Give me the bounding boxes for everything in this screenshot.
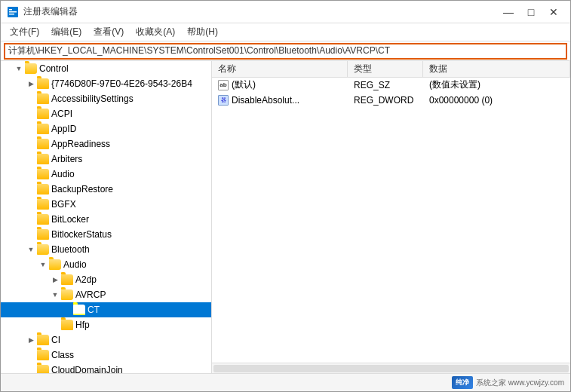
folder-icon-arbiters	[37, 154, 49, 164]
tree-label-clouddomainjoin: CloudDomainJoin	[51, 365, 123, 373]
app-icon	[7, 6, 19, 18]
reg-icon-dword: 器	[218, 95, 229, 106]
tree-item-class[interactable]: Class	[1, 348, 211, 363]
folder-icon-bgfx	[37, 199, 49, 210]
tree-item-bitlockerstatus[interactable]: BitlockerStatus	[1, 227, 211, 242]
tree-item-acpi[interactable]: ACPI	[1, 106, 211, 121]
close-button[interactable]: ✕	[543, 4, 564, 20]
tree-item-bgfx[interactable]: BGFX	[1, 197, 211, 212]
expand-class	[25, 349, 37, 361]
reg-cell-name-default: ab (默认)	[212, 78, 348, 91]
tree-label-ci: CI	[51, 335, 60, 345]
expand-bt-audio[interactable]: ▼	[37, 259, 49, 271]
folder-icon-control	[25, 63, 37, 74]
right-panel: 名称 类型 数据 ab (默认) REG_SZ (数值未	[212, 61, 570, 373]
folder-icon-ct	[73, 305, 85, 315]
expand-a2dp[interactable]: ▶	[49, 274, 61, 286]
tree-item-arbiters[interactable]: Arbiters	[1, 152, 211, 167]
menu-edit[interactable]: 编辑(E)	[45, 24, 87, 40]
expand-ci[interactable]: ▶	[25, 334, 37, 346]
registry-editor-window: 注册表编辑器 — □ ✕ 文件(F) 编辑(E) 查看(V) 收藏夹(A) 帮助…	[0, 0, 571, 392]
folder-icon-ci	[37, 335, 49, 345]
tree-item-backuprestore[interactable]: BackupRestore	[1, 182, 211, 197]
statusbar: 纯净 系统之家 www.ycwjzy.com	[1, 373, 570, 391]
tree-item-bitlocker[interactable]: BitLocker	[1, 212, 211, 227]
tree-item-a2dp[interactable]: ▶ A2dp	[1, 272, 211, 287]
reg-row-disableabsolut[interactable]: 器 DisableAbsolut... REG_DWORD 0x00000000…	[212, 93, 570, 108]
tree-label-bitlockerstatus: BitlockerStatus	[51, 229, 112, 240]
expand-avrcp[interactable]: ▼	[49, 289, 61, 301]
tree-panel: ▼ Control ▶ {7746D80F-97E0-4E26-9543-26B…	[1, 61, 212, 373]
folder-icon-a2dp	[61, 274, 73, 285]
tree-item-bluetooth[interactable]: ▼ Bluetooth	[1, 242, 211, 257]
tree-item-appreadiness[interactable]: AppReadiness	[1, 136, 211, 152]
folder-icon-accessibility	[37, 93, 49, 104]
tree-label-class: Class	[51, 350, 74, 360]
tree-item-bt-audio[interactable]: ▼ Audio	[1, 257, 211, 272]
header-data[interactable]: 数据	[423, 61, 570, 77]
menu-favorites[interactable]: 收藏夹(A)	[130, 24, 181, 40]
tree-label-audio: Audio	[51, 169, 75, 179]
expand-acpi	[25, 108, 37, 120]
tree-label-bgfx: BGFX	[51, 199, 76, 210]
menu-view[interactable]: 查看(V)	[87, 24, 130, 40]
tree-label-bt-audio: Audio	[63, 259, 87, 270]
tree-item-audio[interactable]: Audio	[1, 167, 211, 182]
expand-hfp	[49, 319, 61, 331]
expand-audio	[25, 168, 37, 180]
hscroll-thumb[interactable]	[213, 365, 569, 372]
svg-rect-3	[9, 14, 14, 15]
tree-item-ct[interactable]: CT	[1, 302, 211, 317]
maximize-button[interactable]: □	[520, 4, 542, 20]
tree-label-a2dp: A2dp	[75, 274, 97, 285]
menu-help[interactable]: 帮助(H)	[181, 24, 224, 40]
folder-icon-bitlockerstatus	[37, 229, 49, 240]
menu-file[interactable]: 文件(F)	[4, 24, 45, 40]
expand-appreadiness	[25, 138, 37, 150]
folder-icon-bt-audio	[49, 259, 61, 270]
expand-accessibility	[25, 93, 37, 105]
expand-control[interactable]: ▼	[13, 63, 25, 75]
expand-appid	[25, 123, 37, 135]
header-name[interactable]: 名称	[212, 61, 348, 77]
titlebar-left: 注册表编辑器	[7, 5, 78, 18]
svg-rect-1	[9, 9, 12, 11]
tree-label-appreadiness: AppReadiness	[51, 139, 110, 149]
expand-bgfx	[25, 198, 37, 210]
expand-ct	[61, 304, 73, 316]
horizontal-scrollbar[interactable]	[212, 363, 570, 373]
tree-item-control[interactable]: ▼ Control	[1, 61, 211, 76]
svg-rect-2	[9, 11, 17, 13]
reg-cell-type-disableabsolut: REG_DWORD	[348, 95, 423, 106]
minimize-button[interactable]: —	[498, 4, 519, 20]
tree-item-ci[interactable]: ▶ CI	[1, 332, 211, 348]
tree-label-acpi: ACPI	[51, 109, 72, 119]
addressbar	[1, 41, 570, 61]
expand-bluetooth[interactable]: ▼	[25, 243, 37, 256]
tree-item-clouddomainjoin[interactable]: CloudDomainJoin	[1, 363, 211, 373]
reg-icon-ab: ab	[218, 80, 229, 90]
tree-item-hfp[interactable]: Hfp	[1, 317, 211, 332]
tree-item-guid[interactable]: ▶ {7746D80F-97E0-4E26-9543-26B4	[1, 76, 211, 91]
address-input[interactable]	[4, 43, 567, 60]
tree-item-appid[interactable]: AppID	[1, 121, 211, 136]
tree-label-guid: {7746D80F-97E0-4E26-9543-26B4	[51, 78, 192, 89]
titlebar: 注册表编辑器 — □ ✕	[1, 1, 570, 23]
tree-label-avrcp: AVRCP	[75, 289, 106, 300]
tree-item-accessibility[interactable]: AccessibilitySettings	[1, 91, 211, 106]
tree-label-backuprestore: BackupRestore	[51, 184, 113, 194]
titlebar-controls: — □ ✕	[498, 4, 564, 20]
reg-row-default[interactable]: ab (默认) REG_SZ (数值未设置)	[212, 78, 570, 93]
folder-icon-bitlocker	[37, 214, 49, 225]
tree-label-control: Control	[39, 63, 69, 74]
expand-guid[interactable]: ▶	[25, 78, 37, 90]
expand-arbiters	[25, 153, 37, 165]
reg-cell-data-disableabsolut: 0x00000000 (0)	[423, 95, 570, 106]
folder-icon-avrcp	[61, 289, 73, 300]
reg-cell-type-default: REG_SZ	[348, 80, 423, 90]
tree-item-avrcp[interactable]: ▼ AVRCP	[1, 287, 211, 302]
expand-backuprestore	[25, 183, 37, 195]
reg-cell-data-default: (数值未设置)	[423, 78, 570, 91]
expand-clouddomainjoin	[25, 364, 37, 373]
header-type[interactable]: 类型	[348, 61, 423, 77]
